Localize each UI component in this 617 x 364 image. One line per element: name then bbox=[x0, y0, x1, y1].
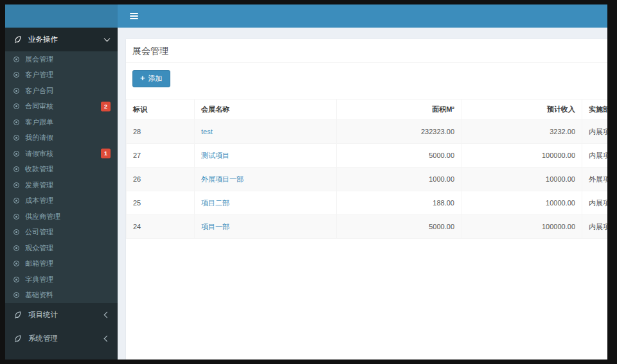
cell-area: 232323.00 bbox=[337, 120, 461, 144]
box-header: 展会管理 bbox=[126, 39, 607, 63]
content-area: 展会管理 添加 标识会展名称面积M²预计收入实施部门 28test232323.… bbox=[118, 28, 607, 360]
sidebar-submenu: 展会管理客户管理客户合同合同审核2客户跟单我的请假请假审核1收款管理发票管理成本… bbox=[5, 51, 118, 303]
cell-income: 100000.00 bbox=[461, 215, 582, 239]
sidebar-item[interactable]: 请假审核1 bbox=[5, 146, 118, 162]
dot-circle-icon bbox=[13, 72, 19, 78]
sidebar-item[interactable]: 供应商管理 bbox=[5, 209, 118, 225]
sidebar-item-label: 客户合同 bbox=[25, 86, 53, 96]
add-button-label: 添加 bbox=[148, 74, 163, 83]
notification-badge: 2 bbox=[101, 101, 111, 111]
exhibition-name-link[interactable]: 项目二部 bbox=[201, 199, 229, 207]
notification-badge: 1 bbox=[101, 149, 111, 159]
sidebar-item[interactable]: 客户跟单 bbox=[5, 114, 118, 130]
dot-circle-icon bbox=[13, 245, 19, 251]
cell-name: 外展项目一部 bbox=[195, 168, 337, 191]
sidebar-item-label: 展会管理 bbox=[25, 55, 53, 64]
cell-income: 10000.00 bbox=[461, 168, 582, 191]
dot-circle-icon bbox=[13, 56, 19, 62]
cell-income: 3232.00 bbox=[461, 120, 582, 144]
hamburger-menu-icon[interactable] bbox=[123, 4, 145, 28]
sidebar-item[interactable]: 公司管理 bbox=[5, 225, 118, 241]
sidebar-item-label: 公司管理 bbox=[25, 227, 53, 237]
dot-circle-icon bbox=[13, 103, 19, 109]
exhibition-name-link[interactable]: test bbox=[201, 128, 213, 135]
cell-name: 项目二部 bbox=[195, 191, 337, 215]
sidebar-item-label: 请假审核 bbox=[25, 149, 53, 159]
dot-circle-icon bbox=[13, 151, 19, 157]
cell-name: test bbox=[195, 120, 337, 144]
screenshot-frame: 业务操作展会管理客户管理客户合同合同审核2客户跟单我的请假请假审核1收款管理发票… bbox=[0, 0, 617, 364]
add-button[interactable]: 添加 bbox=[132, 70, 170, 87]
sidebar-section-header[interactable]: 业务操作 bbox=[5, 28, 118, 51]
cell-id: 24 bbox=[127, 215, 195, 239]
sidebar-item-label: 客户跟单 bbox=[25, 117, 53, 127]
table-row: 28test232323.003232.00内展项目 bbox=[127, 120, 608, 144]
sidebar-item-label: 合同审核 bbox=[25, 101, 53, 111]
plus-icon bbox=[140, 74, 145, 83]
sidebar-item[interactable]: 合同审核2 bbox=[5, 99, 118, 115]
sidebar-item[interactable]: 发票管理 bbox=[5, 177, 118, 193]
cell-income: 100000.00 bbox=[461, 144, 582, 168]
cell-name: 项目一部 bbox=[195, 215, 337, 239]
cell-id: 27 bbox=[127, 144, 195, 168]
cell-id: 25 bbox=[127, 191, 195, 215]
dot-circle-icon bbox=[13, 292, 19, 298]
exhibitions-table: 标识会展名称面积M²预计收入实施部门 28test232323.003232.0… bbox=[126, 99, 607, 239]
exhibition-name-link[interactable]: 外展项目一部 bbox=[201, 175, 244, 183]
sidebar-section-header[interactable]: 系统管理 bbox=[5, 327, 118, 351]
sidebar-item[interactable]: 字典管理 bbox=[5, 272, 118, 288]
sidebar-item-label: 字典管理 bbox=[25, 275, 53, 284]
table-row: 26外展项目一部1000.0010000.00外展项目 bbox=[127, 168, 608, 191]
exhibition-name-link[interactable]: 测试项目 bbox=[201, 152, 229, 159]
sidebar-item-label: 客户管理 bbox=[25, 70, 53, 80]
cell-area: 1000.00 bbox=[337, 168, 461, 191]
sidebar-item[interactable]: 收款管理 bbox=[5, 162, 118, 178]
sidebar-item[interactable]: 展会管理 bbox=[5, 51, 118, 67]
sidebar-item[interactable]: 邮箱管理 bbox=[5, 256, 118, 272]
dot-circle-icon bbox=[13, 135, 19, 141]
sidebar-item[interactable]: 客户管理 bbox=[5, 67, 118, 83]
dot-circle-icon bbox=[13, 88, 19, 94]
cell-dept: 内展项目 bbox=[582, 191, 608, 215]
col-header: 实施部门 bbox=[582, 100, 608, 120]
cell-dept: 内展项目 bbox=[582, 144, 608, 168]
sidebar-item-label: 收款管理 bbox=[25, 164, 53, 174]
dot-circle-icon bbox=[13, 261, 19, 266]
exhibition-name-link[interactable]: 项目一部 bbox=[201, 223, 229, 230]
sidebar-item[interactable]: 基础资料 bbox=[5, 288, 118, 304]
sidebar-item[interactable]: 我的请假 bbox=[5, 130, 118, 146]
sidebar-item-label: 邮箱管理 bbox=[25, 259, 53, 268]
dot-circle-icon bbox=[13, 182, 19, 188]
table-row: 27测试项目5000.00100000.00内展项目 bbox=[127, 144, 608, 168]
toolbar: 添加 bbox=[126, 63, 607, 95]
table-row: 24项目一部5000.00100000.00内展项目 bbox=[127, 215, 608, 239]
dot-circle-icon bbox=[13, 119, 19, 125]
sidebar-item[interactable]: 成本管理 bbox=[5, 193, 118, 209]
leaf-icon bbox=[13, 311, 22, 319]
cell-dept: 内展项目 bbox=[582, 215, 608, 239]
leaf-icon bbox=[13, 35, 22, 44]
cell-dept: 内展项目 bbox=[582, 120, 608, 144]
cell-area: 188.00 bbox=[337, 191, 461, 215]
sidebar-section-header[interactable]: 项目统计 bbox=[5, 303, 118, 327]
page-title: 展会管理 bbox=[132, 46, 601, 57]
logo-area bbox=[5, 4, 118, 28]
top-navbar bbox=[118, 4, 607, 28]
dot-circle-icon bbox=[13, 277, 19, 282]
sidebar-item[interactable]: 观众管理 bbox=[5, 240, 118, 256]
sidebar-item-label: 我的请假 bbox=[25, 133, 53, 143]
table-header-row: 标识会展名称面积M²预计收入实施部门 bbox=[127, 100, 608, 120]
cell-id: 26 bbox=[127, 168, 195, 191]
hamburger-bars bbox=[130, 15, 138, 17]
chevron-down-icon bbox=[104, 35, 111, 42]
col-header: 预计收入 bbox=[461, 100, 582, 120]
app-window: 业务操作展会管理客户管理客户合同合同审核2客户跟单我的请假请假审核1收款管理发票… bbox=[5, 4, 607, 360]
leaf-icon bbox=[13, 334, 22, 343]
dot-circle-icon bbox=[13, 229, 19, 235]
cell-id: 28 bbox=[127, 120, 195, 144]
cell-area: 5000.00 bbox=[337, 144, 461, 168]
cell-name: 测试项目 bbox=[195, 144, 337, 168]
content-box: 展会管理 添加 标识会展名称面积M²预计收入实施部门 28test232323.… bbox=[126, 39, 607, 360]
dot-circle-icon bbox=[13, 198, 19, 204]
sidebar-item[interactable]: 客户合同 bbox=[5, 83, 118, 99]
